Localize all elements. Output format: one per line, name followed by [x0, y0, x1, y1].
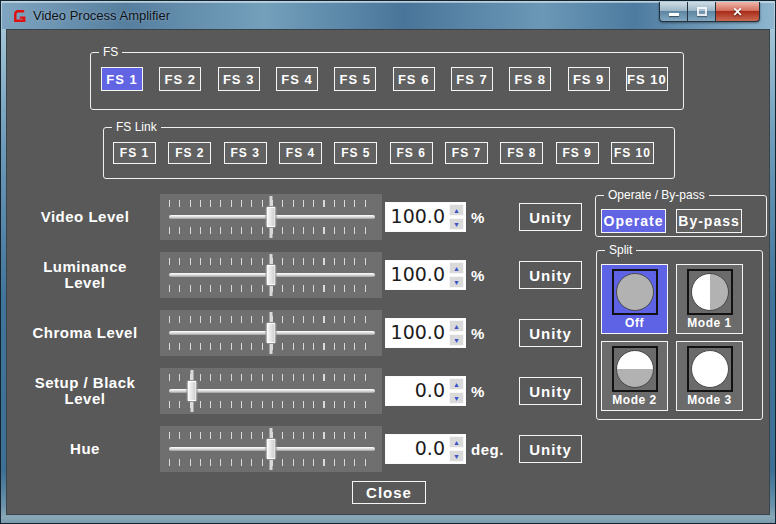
fs-button-2[interactable]: FS 2: [159, 67, 201, 91]
window: Video Process Amplifier ✕ FS FS 1 FS 2 F…: [0, 0, 776, 524]
spin-down-button[interactable]: ▼: [449, 392, 464, 404]
fs-group-label: FS: [99, 45, 122, 59]
close-button[interactable]: Close: [352, 481, 426, 504]
hue-label: Hue: [11, 426, 159, 472]
luminance-level-slider[interactable]: [160, 252, 382, 298]
fs-link-button-strip: FS 1 FS 2 FS 3 FS 4 FS 5 FS 6 FS 7 FS 8 …: [113, 142, 654, 164]
maximize-icon: [697, 7, 707, 16]
hue-unit: deg.: [471, 426, 523, 472]
fs-button-7[interactable]: FS 7: [451, 67, 493, 91]
fs-link-button-7[interactable]: FS 7: [445, 142, 488, 164]
chroma-level-slider[interactable]: [160, 310, 382, 356]
slider-thumb[interactable]: [265, 206, 276, 228]
hue-unity-button[interactable]: Unity: [519, 435, 582, 463]
split-off-icon: [612, 269, 658, 315]
slider-thumb[interactable]: [265, 322, 276, 344]
window-controls: ✕: [659, 2, 760, 22]
maximize-button[interactable]: [688, 2, 715, 22]
tick-marks: [169, 374, 375, 381]
fs-button-8[interactable]: FS 8: [509, 67, 551, 91]
fs-link-button-3[interactable]: FS 3: [224, 142, 267, 164]
fs-button-9[interactable]: FS 9: [568, 67, 610, 91]
fs-link-button-9[interactable]: FS 9: [556, 142, 599, 164]
split-group: Split Off Mode 1 Mode 2 Mode 3: [596, 250, 763, 420]
app-icon: [11, 8, 27, 24]
setup-black-level-label: Setup / Black Level: [11, 368, 159, 414]
fs-button-6[interactable]: FS 6: [393, 67, 435, 91]
fs-link-button-10[interactable]: FS 10: [611, 142, 654, 164]
spin-up-button[interactable]: ▲: [449, 378, 464, 390]
chroma-level-value[interactable]: 100.0: [386, 319, 448, 347]
split-mode2-icon: [612, 346, 658, 392]
spin-up-button[interactable]: ▲: [449, 436, 464, 448]
minimize-icon: [669, 13, 679, 16]
slider-thumb[interactable]: [186, 380, 197, 402]
luminance-level-value[interactable]: 100.0: [386, 261, 448, 289]
split-mode1-button[interactable]: Mode 1: [676, 264, 743, 334]
fs-button-strip: FS 1 FS 2 FS 3 FS 4 FS 5 FS 6 FS 7 FS 8 …: [101, 67, 668, 91]
slider-thumb[interactable]: [265, 438, 276, 460]
split-off-button[interactable]: Off: [601, 264, 668, 334]
chroma-level-spinner: 100.0 ▲ ▼: [385, 318, 466, 348]
tick-marks: [169, 401, 375, 408]
slider-thumb[interactable]: [265, 264, 276, 286]
fs-link-group-label: FS Link: [112, 120, 161, 134]
slider-track: [169, 389, 375, 393]
bypass-button[interactable]: By-pass: [676, 209, 742, 233]
fs-link-button-6[interactable]: FS 6: [390, 142, 433, 164]
operate-bypass-group-label: Operate / By-pass: [604, 188, 709, 202]
spin-up-button[interactable]: ▲: [449, 320, 464, 332]
fs-button-3[interactable]: FS 3: [218, 67, 260, 91]
window-title: Video Process Amplifier: [33, 8, 170, 23]
video-level-unit: %: [471, 194, 523, 240]
fs-button-1[interactable]: FS 1: [101, 67, 143, 91]
chroma-level-unity-button[interactable]: Unity: [519, 319, 582, 347]
split-group-label: Split: [605, 243, 636, 257]
setup-black-level-value[interactable]: 0.0: [386, 377, 448, 405]
setup-black-level-spinner: 0.0 ▲ ▼: [385, 376, 466, 406]
chroma-level-unit: %: [471, 310, 523, 356]
video-level-spinner: 100.0 ▲ ▼: [385, 202, 466, 232]
fs-button-4[interactable]: FS 4: [276, 67, 318, 91]
fs-link-button-5[interactable]: FS 5: [334, 142, 377, 164]
split-mode2-button[interactable]: Mode 2: [601, 341, 668, 411]
luminance-level-unit: %: [471, 252, 523, 298]
video-level-value[interactable]: 100.0: [386, 203, 448, 231]
setup-black-level-unit: %: [471, 368, 523, 414]
split-mode3-button[interactable]: Mode 3: [676, 341, 743, 411]
spin-down-button[interactable]: ▼: [449, 276, 464, 288]
fs-link-button-4[interactable]: FS 4: [279, 142, 322, 164]
video-level-label: Video Level: [11, 194, 159, 240]
hue-spinner: 0.0 ▲ ▼: [385, 434, 466, 464]
luminance-level-label: Luminance Level: [11, 252, 159, 298]
close-window-button[interactable]: ✕: [715, 2, 760, 22]
setup-black-level-unity-button[interactable]: Unity: [519, 377, 582, 405]
video-level-slider[interactable]: [160, 194, 382, 240]
chroma-level-label: Chroma Level: [11, 310, 159, 356]
hue-slider[interactable]: [160, 426, 382, 472]
fs-link-button-2[interactable]: FS 2: [168, 142, 211, 164]
luminance-level-unity-button[interactable]: Unity: [519, 261, 582, 289]
fs-button-5[interactable]: FS 5: [334, 67, 376, 91]
fs-link-button-8[interactable]: FS 8: [500, 142, 543, 164]
minimize-button[interactable]: [659, 2, 688, 22]
operate-bypass-group: Operate / By-pass Operate By-pass: [595, 195, 767, 237]
fs-group: FS FS 1 FS 2 FS 3 FS 4 FS 5 FS 6 FS 7 FS…: [90, 52, 684, 110]
hue-value[interactable]: 0.0: [386, 435, 448, 463]
spin-up-button[interactable]: ▲: [449, 262, 464, 274]
luminance-level-spinner: 100.0 ▲ ▼: [385, 260, 466, 290]
operate-button[interactable]: Operate: [601, 209, 666, 233]
spin-down-button[interactable]: ▼: [449, 450, 464, 462]
split-mode1-icon: [687, 269, 733, 315]
setup-black-level-slider[interactable]: [160, 368, 382, 414]
video-level-unity-button[interactable]: Unity: [519, 203, 582, 231]
titlebar: Video Process Amplifier ✕: [2, 2, 774, 29]
dialog-body: FS FS 1 FS 2 FS 3 FS 4 FS 5 FS 6 FS 7 FS…: [6, 29, 770, 515]
spin-up-button[interactable]: ▲: [449, 204, 464, 216]
fs-link-button-1[interactable]: FS 1: [113, 142, 156, 164]
spin-down-button[interactable]: ▼: [449, 218, 464, 230]
split-mode3-icon: [687, 346, 733, 392]
fs-button-10[interactable]: FS 10: [626, 67, 668, 91]
spin-down-button[interactable]: ▼: [449, 334, 464, 346]
close-icon: ✕: [732, 5, 742, 19]
